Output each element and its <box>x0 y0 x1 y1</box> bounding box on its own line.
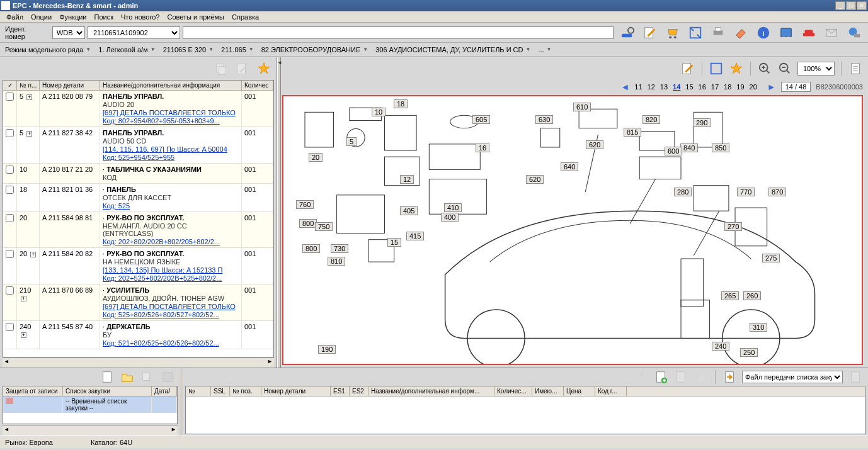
ident-search-input[interactable] <box>183 26 614 39</box>
callout-label[interactable]: 18 <box>394 99 408 108</box>
row-checkbox[interactable] <box>6 166 14 174</box>
add-item-icon[interactable] <box>653 369 668 385</box>
close-button[interactable]: ✕ <box>857 1 867 10</box>
doc2-icon[interactable] <box>673 369 688 385</box>
callout-label[interactable]: 5 <box>346 137 357 146</box>
parts-row[interactable]: 20A 211 584 98 81· РУК-ВО ПО ЭКСПЛУАТ.НЕ… <box>3 212 273 248</box>
detail-link[interactable]: Код: 202+525+802/202B+525+802/2... <box>103 274 239 282</box>
callout-label[interactable]: 730 <box>331 244 348 253</box>
detail-link[interactable]: [697] ДЕТАЛЬ ПОСТАВЛЯЕТСЯ ТОЛЬКО <box>103 109 239 116</box>
callout-label[interactable]: 810 <box>328 257 345 266</box>
wrench-icon[interactable] <box>633 369 648 385</box>
breadcrumb-item[interactable]: 211.065 ▼ <box>221 46 254 53</box>
menu-item[interactable]: Опции <box>27 12 55 22</box>
col-header[interactable]: Название/дополнительная информ... <box>368 386 494 396</box>
col-header[interactable]: Код г... <box>595 386 627 396</box>
detail-link[interactable]: Код: 525 <box>103 202 239 210</box>
detail-link[interactable]: [697] ДЕТАЛЬ ПОСТАВЛЯЕТСЯ ТОЛЬКО <box>103 303 239 310</box>
callout-label[interactable]: 605 <box>472 115 490 124</box>
shopping-list-grid[interactable]: Защита от записиСписок закупкиДата/ -- В… <box>3 386 178 424</box>
page-number[interactable]: 11 <box>634 83 642 91</box>
callout-label[interactable]: 760 <box>296 200 314 209</box>
parts-row[interactable]: 210 +A 211 870 66 89· УСИЛИТЕЛЬАУДИОШЛЮЗ… <box>3 284 273 321</box>
breadcrumb-item[interactable]: 306 АУДИОСИСТЕМА, ДУ, УСИЛИТЕЛЬ И CD ▼ <box>375 46 530 53</box>
col-header[interactable]: Список закупки <box>63 386 152 396</box>
splitter[interactable] <box>277 57 281 368</box>
callout-label[interactable]: 800 <box>302 244 320 253</box>
parts-table[interactable]: ✓ № п... Номер детали Название/дополните… <box>3 80 274 357</box>
col-header[interactable]: Цена <box>564 386 595 396</box>
zoom-select[interactable]: 100% <box>797 62 835 76</box>
menu-item[interactable]: Поиск <box>91 12 117 22</box>
callout-label[interactable]: 620 <box>526 175 544 184</box>
col-pos[interactable]: № п... <box>17 81 40 90</box>
row-checkbox[interactable] <box>6 214 14 222</box>
callout-label[interactable]: 640 <box>561 162 578 171</box>
callout-label[interactable]: 16 <box>476 143 489 152</box>
callout-label[interactable]: 275 <box>762 254 780 262</box>
callout-label[interactable]: 870 <box>768 188 786 196</box>
page-number[interactable]: 13 <box>660 83 668 91</box>
col-header[interactable]: Номер детали <box>261 386 331 396</box>
car-red-icon[interactable] <box>800 24 818 42</box>
new-list-icon[interactable] <box>100 369 115 385</box>
detail-link[interactable]: Код: 802+954/802+955/-053+803+9... <box>103 117 239 125</box>
prev-page-icon[interactable]: ◄ <box>621 82 630 92</box>
callout-label[interactable]: 630 <box>535 115 553 124</box>
callout-label[interactable]: 400 <box>441 213 459 222</box>
callout-label[interactable]: 410 <box>444 203 462 212</box>
callout-label[interactable]: 190 <box>318 345 336 354</box>
mail-icon[interactable] <box>823 24 840 42</box>
print-icon[interactable] <box>709 24 727 42</box>
minimize-button[interactable]: _ <box>835 1 845 10</box>
col-header[interactable]: ES2 <box>350 386 368 396</box>
car-search-icon[interactable] <box>619 24 636 42</box>
callout-label[interactable]: 820 <box>642 115 660 124</box>
page-number[interactable]: 17 <box>711 83 719 91</box>
parts-row[interactable]: 240 +A 211 545 87 40· ДЕРЖАТЕЛЬБУКод: 52… <box>3 321 273 349</box>
ident-prefix-select[interactable]: WDB <box>52 26 85 39</box>
parts-row[interactable]: 18A 211 821 01 36· ПАНЕЛЬОТСЕК ДЛЯ КАССЕ… <box>3 184 273 212</box>
col-header[interactable]: Количес... <box>494 386 532 396</box>
menu-item[interactable]: Функции <box>55 12 90 22</box>
callout-label[interactable]: 815 <box>624 128 641 137</box>
order-grid[interactable]: №SSL№ поз.Номер деталиES1ES2Название/доп… <box>185 386 865 434</box>
row-checkbox[interactable] <box>6 129 14 137</box>
star-fav-icon[interactable] <box>729 61 744 76</box>
expand-toggle[interactable]: + <box>26 94 32 100</box>
detail-link[interactable]: Код: 525+954/525+955 <box>103 154 239 161</box>
detail-link[interactable]: [133, 134, 135] По Шасси: A 152133 П <box>103 266 239 274</box>
row-checkbox[interactable] <box>6 323 14 331</box>
callout-label[interactable]: 415 <box>406 232 424 240</box>
erase2-icon[interactable] <box>694 369 709 385</box>
callout-label[interactable]: 15 <box>387 238 401 247</box>
parts-row[interactable]: 20 +A 211 584 20 82· РУК-ВО ПО ЭКСПЛУАТ.… <box>3 248 273 284</box>
detail-link[interactable]: [114, 115, 116, 697] По Шасси: A 50004 <box>103 145 239 153</box>
row-checkbox[interactable] <box>6 250 14 258</box>
callout-label[interactable]: 250 <box>740 348 758 357</box>
globe-print-icon[interactable] <box>845 24 863 42</box>
maximize-button[interactable]: □ <box>846 1 856 10</box>
detail-link[interactable]: Код: 202+802/202B+802/205+802/2... <box>103 238 239 245</box>
breadcrumb-item[interactable]: 82 ЭЛЕКТРООБОРУДОВАНИЕ ▼ <box>261 46 368 53</box>
parts-diagram[interactable]: 1018605610630820815290166208408506002051… <box>282 95 863 365</box>
parts-row[interactable]: 10A 210 817 21 20· ТАБЛИЧКА С УКАЗАНИЯМИ… <box>3 164 273 184</box>
callout-label[interactable]: 260 <box>743 291 761 300</box>
callout-label[interactable]: 620 <box>586 140 603 149</box>
page-number[interactable]: 18 <box>724 83 731 91</box>
copy-icon[interactable] <box>214 61 229 76</box>
fit-screen-icon[interactable] <box>709 61 724 76</box>
eraser-icon[interactable] <box>732 24 750 42</box>
menu-item[interactable]: Советы и приёмы <box>163 12 228 22</box>
callout-label[interactable]: 270 <box>724 222 742 231</box>
col-header[interactable]: № <box>186 386 211 396</box>
ident-number-input[interactable]: 2110651A109902 <box>88 26 180 39</box>
callout-label[interactable]: 240 <box>712 342 729 351</box>
send-icon[interactable] <box>848 369 863 385</box>
callout-label[interactable]: 770 <box>737 188 755 196</box>
callout-label[interactable]: 750 <box>315 222 333 231</box>
row-checkbox[interactable] <box>6 93 14 101</box>
menu-item[interactable]: Файл <box>3 12 27 22</box>
page-number[interactable]: 20 <box>750 83 757 91</box>
callout-label[interactable]: 405 <box>400 206 418 215</box>
